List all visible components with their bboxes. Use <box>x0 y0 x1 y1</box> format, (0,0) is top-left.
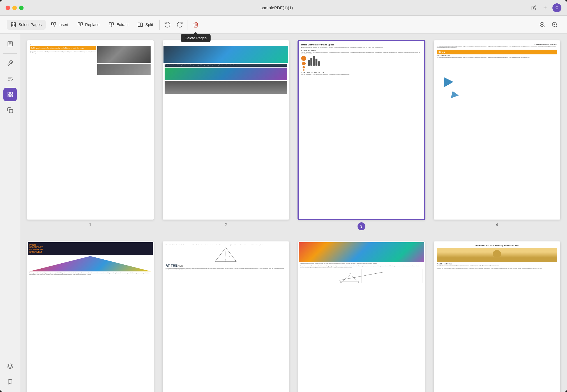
zoom-out-icon <box>539 22 545 28</box>
svg-rect-2 <box>11 22 13 25</box>
rotate-right-icon <box>177 22 183 28</box>
page-item-1[interactable]: 1 Building environment information model… <box>27 40 154 230</box>
page-thumb-5[interactable]: PRISMDECOMPOSITION SUNLIGHTEXPERIMENT Ne… <box>27 241 154 392</box>
pages-grid: 1 Building environment information model… <box>27 40 560 392</box>
sidebar-item-tools[interactable] <box>3 56 17 70</box>
page7-text2: Through this experiment, Newton laid the… <box>299 266 424 269</box>
close-button[interactable] <box>6 6 10 10</box>
page-item-6[interactable]: These studies laid the foundation for th… <box>163 241 289 392</box>
select-pages-icon <box>11 22 16 27</box>
svg-rect-10 <box>78 22 80 25</box>
page-thumb-4[interactable]: 3. THE COMPOSITION OF POINTS The composi… <box>434 40 561 220</box>
page-item-4[interactable]: 3. THE COMPOSITION OF POINTS The composi… <box>434 40 561 230</box>
zoom-out-button[interactable] <box>537 19 548 30</box>
svg-line-21 <box>556 26 557 27</box>
page7-diagram: M A B <box>300 269 423 283</box>
triangle-diagram: A M C β M <box>215 247 237 262</box>
page3-sec1: 1. KNOW THE POINTS <box>301 50 422 51</box>
select-pages-button[interactable]: Select Pages <box>7 20 46 30</box>
main-layout: 1 Building environment information model… <box>0 34 567 392</box>
page6-intro: These studies laid the foundation for th… <box>166 245 286 246</box>
minimize-button[interactable] <box>12 6 17 10</box>
page-thumb-6[interactable]: These studies laid the foundation for th… <box>163 241 289 392</box>
sidebar-item-layers[interactable] <box>3 359 17 373</box>
bookmark-icon <box>7 379 13 385</box>
fullscreen-button[interactable] <box>19 6 24 10</box>
page1-text: Combined with practical cases, the build… <box>30 51 96 54</box>
page4-body: The composition of ordered points here m… <box>437 46 557 49</box>
page-thumb-8[interactable]: The Health and Mind-Boosting Benefits of… <box>434 241 561 392</box>
svg-rect-6 <box>51 22 53 25</box>
page4-sec: 3. THE COMPOSITION OF POINTS <box>437 43 557 45</box>
page2-header: 2 <box>163 41 289 45</box>
page2-text: The practical results show that through … <box>165 64 287 67</box>
page8-body2: Interacting with animals has been shown … <box>437 268 557 269</box>
page8-inner: The Health and Mind-Boosting Benefits of… <box>435 242 560 392</box>
plus-icon <box>543 5 548 10</box>
sidebar-item-pages[interactable] <box>3 37 17 50</box>
page1-inner: 1 Building environment information model… <box>28 41 153 219</box>
page3-body2: Point, the interpretation of 'Ci Hai' is… <box>301 74 422 75</box>
window-title: samplePDF(1)(1) <box>27 5 527 10</box>
separator-2 <box>188 20 188 30</box>
split-button[interactable]: Split <box>133 20 157 30</box>
sidebar-item-bookmark[interactable] <box>3 375 17 389</box>
svg-text:A: A <box>225 259 226 261</box>
svg-rect-11 <box>80 22 82 25</box>
page3-body1: Point, the interpretation of 'Ci Hai' is… <box>301 52 422 55</box>
page8-sec1: Possible Health Effects <box>437 263 557 265</box>
delete-pages-button[interactable] <box>190 19 201 30</box>
insert-button[interactable]: Insert <box>47 20 72 30</box>
page-item-3[interactable]: Basic Elements of Plane Space Any art co… <box>298 40 425 230</box>
page-thumb-1[interactable]: 1 Building environment information model… <box>27 40 154 220</box>
edit-icon[interactable] <box>530 4 538 12</box>
svg-text:M: M <box>215 260 216 262</box>
page-item-5[interactable]: PRISMDECOMPOSITION SUNLIGHTEXPERIMENT Ne… <box>27 241 154 392</box>
page3-sec2: 2. THE EXPRESSION OF THE DOT <box>301 72 422 73</box>
svg-rect-33 <box>9 109 13 113</box>
split-icon <box>137 22 143 27</box>
sidebar-sep <box>3 53 17 54</box>
replace-button[interactable]: Replace <box>73 20 103 30</box>
page-item-7[interactable]: This experiment can be repeated over and… <box>298 241 425 392</box>
zoom-in-button[interactable] <box>549 19 560 30</box>
sidebar-item-copy[interactable] <box>3 103 17 117</box>
add-tab-button[interactable] <box>541 4 549 12</box>
svg-marker-34 <box>7 364 12 366</box>
svg-rect-14 <box>138 23 140 26</box>
sidebar-item-select[interactable] <box>3 88 17 101</box>
page3-inner: Basic Elements of Plane Space Any art co… <box>299 41 424 219</box>
page-item-2[interactable]: 2 The practical results show that throug… <box>163 40 289 230</box>
rotate-right-button[interactable] <box>174 19 185 30</box>
svg-rect-31 <box>8 95 9 97</box>
trash-icon <box>193 22 199 28</box>
svg-line-18 <box>543 26 545 27</box>
svg-text:C: C <box>235 260 236 262</box>
sidebar <box>0 34 20 392</box>
page5-inner: PRISMDECOMPOSITION SUNLIGHTEXPERIMENT Ne… <box>28 242 153 392</box>
page-number-2: 2 <box>225 222 227 227</box>
page-item-8[interactable]: The Health and Mind-Boosting Benefits of… <box>434 241 561 392</box>
page4-orange-title: String <box>437 50 557 54</box>
rotate-left-button[interactable] <box>162 19 173 30</box>
extract-button[interactable]: Extract <box>105 20 133 30</box>
svg-rect-5 <box>14 25 16 27</box>
select-icon <box>7 91 13 98</box>
svg-rect-7 <box>54 22 56 25</box>
extract-icon <box>109 22 114 27</box>
page1-orange-box: Building environment information modelin… <box>30 46 96 50</box>
page-thumb-7[interactable]: This experiment can be repeated over and… <box>298 241 425 392</box>
svg-rect-30 <box>10 92 12 94</box>
layers-icon <box>7 363 13 369</box>
user-avatar[interactable]: C <box>552 3 561 12</box>
sidebar-item-edit[interactable] <box>3 72 17 86</box>
pencil-icon <box>531 5 536 10</box>
page-thumb-3[interactable]: Basic Elements of Plane Space Any art co… <box>298 40 425 220</box>
page4-line-label: LINE OF KNOWLEDGE <box>437 55 557 56</box>
copy-icon <box>7 107 13 113</box>
page-thumb-2[interactable]: 2 The practical results show that throug… <box>163 40 289 220</box>
svg-rect-13 <box>112 22 114 25</box>
page2-inner: 2 The practical results show that throug… <box>163 41 289 219</box>
svg-text:M: M <box>340 281 342 283</box>
pages-content[interactable]: 1 Building environment information model… <box>20 34 567 392</box>
